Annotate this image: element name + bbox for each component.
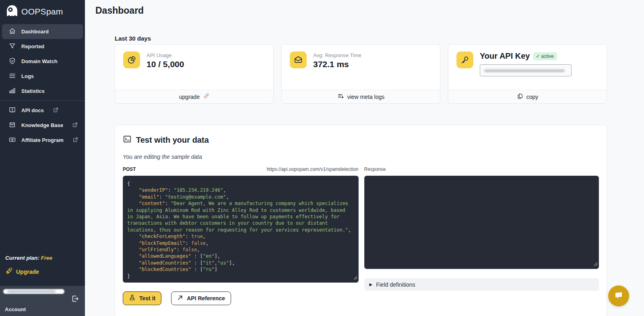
funnel-icon (9, 43, 16, 51)
account-link[interactable]: Account (5, 306, 26, 312)
response-output[interactable] (364, 176, 599, 269)
view-meta-logs-action[interactable]: view meta logs (282, 90, 440, 103)
test-it-label: Test it (139, 295, 155, 302)
sidebar-item-label: Dashboard (21, 29, 49, 35)
brand-logo[interactable]: OOPSpam (0, 0, 85, 19)
status-badge: ✓active (533, 52, 557, 60)
sidebar-item-label: Domain Watch (21, 58, 58, 64)
api-key-card: Your API Key ✓active copy (448, 44, 607, 104)
response-time-value: 372.1 ms (313, 60, 361, 69)
editing-note: You are editing the sample data (123, 154, 599, 160)
shield-check-icon (9, 57, 16, 66)
envelope-icon (290, 51, 307, 68)
plan-block: Current plan: Free Upgrade (5, 255, 52, 276)
sidebar-item-statistics[interactable]: Statistics (0, 84, 85, 98)
key-icon (456, 51, 473, 68)
sidebar-item-dashboard[interactable]: Dashboard (2, 24, 83, 39)
copy-action-label: copy (526, 94, 539, 100)
rocket-emoji-icon (203, 93, 209, 101)
sidebar-upgrade-link[interactable]: Upgrade (5, 267, 52, 276)
external-link-icon (53, 107, 58, 114)
sidebar-item-domain-watch[interactable]: Domain Watch (0, 54, 85, 69)
view-meta-logs-label: view meta logs (347, 94, 385, 100)
api-key-title: Your API Key (480, 51, 530, 61)
inbox-icon (9, 121, 16, 129)
current-plan-text: Current plan: Free (5, 255, 52, 261)
response-time-card: Avg. Response Time 372.1 ms view meta lo… (281, 44, 440, 104)
chat-icon (613, 290, 624, 302)
meta-logs-icon (337, 93, 344, 101)
response-label: Response (364, 166, 386, 172)
upgrade-action[interactable]: upgrade (115, 90, 273, 103)
plan-value: Free (41, 255, 53, 261)
check-icon: ✓ (536, 53, 540, 59)
sidebar-item-label: Affiliate Program (21, 137, 64, 143)
sidebar-nav: Dashboard Reported Domain Watch Logs Sta… (0, 24, 85, 148)
copy-icon (517, 93, 523, 101)
pie-chart-icon (123, 51, 140, 68)
api-key-field[interactable] (480, 64, 572, 76)
sidebar: OOPSpam Dashboard Reported Domain Watch … (0, 0, 85, 316)
api-usage-value: 10 / 5,000 (147, 60, 184, 69)
copy-action[interactable]: copy (448, 90, 607, 103)
http-method-label: POST (123, 166, 136, 172)
sidebar-item-label: Logs (21, 73, 34, 79)
list-icon (9, 72, 16, 80)
card-label: API Usage (147, 52, 184, 58)
page-title: Dashboard (95, 5, 144, 16)
api-reference-label: API Reference (187, 295, 225, 302)
main-content: Dashboard Last 30 days API Usage 10 / 5,… (85, 0, 644, 316)
upgrade-label: Upgrade (16, 269, 39, 275)
stats-cards-row: API Usage 10 / 5,000 upgrade Avg. Respon (115, 44, 607, 104)
arrow-up-right-icon (177, 295, 183, 302)
resize-handle[interactable] (353, 274, 357, 281)
home-icon (9, 28, 16, 36)
external-link-icon (72, 122, 78, 129)
sidebar-item-knowledge-base[interactable]: Knowledge Base (0, 118, 85, 133)
brand-name: OOPSpam (21, 7, 63, 16)
field-definitions-label: Field definitions (376, 281, 415, 288)
sidebar-item-label: Knowledge Base (21, 122, 63, 128)
test-it-button[interactable]: Test it (123, 291, 161, 305)
endpoint-url: https://api.oopspam.com/v1/spamdetection (266, 166, 358, 172)
resize-handle[interactable] (593, 261, 598, 268)
sidebar-divider (0, 101, 85, 101)
flask-icon (129, 294, 136, 302)
account-section: Account (0, 286, 85, 316)
field-definitions-toggle[interactable]: ▶ Field definitions (364, 278, 599, 291)
terminal-icon (123, 135, 132, 145)
request-editor[interactable]: { "senderIP": "185.234.219.246", "email"… (123, 176, 359, 283)
section-title: Last 30 days (115, 35, 151, 42)
blurred-api-key (484, 70, 565, 72)
api-usage-card: API Usage 10 / 5,000 upgrade (115, 44, 274, 104)
banknote-icon (9, 136, 16, 144)
sidebar-item-label: API docs (21, 107, 44, 113)
book-icon (9, 107, 16, 115)
tester-title: Test with your data (136, 135, 209, 145)
plan-label: Current plan: (5, 255, 39, 261)
upgrade-action-label: upgrade (179, 94, 200, 100)
bar-chart-icon (9, 87, 16, 95)
chat-widget-button[interactable] (608, 285, 629, 306)
rocket-icon (5, 267, 12, 276)
logout-icon[interactable] (71, 295, 79, 304)
card-label: Avg. Response Time (313, 52, 361, 58)
sidebar-item-affiliate-program[interactable]: Affiliate Program (0, 133, 85, 148)
sidebar-item-api-docs[interactable]: API docs (0, 103, 85, 118)
blurred-user-email (3, 289, 64, 294)
ghost-logo-icon (5, 4, 19, 19)
sidebar-item-logs[interactable]: Logs (0, 69, 85, 84)
disclosure-triangle-icon: ▶ (369, 282, 373, 287)
external-link-icon (73, 137, 78, 144)
tester-panel: Test with your data You are editing the … (115, 125, 607, 316)
status-badge-label: active (541, 53, 554, 59)
api-reference-button[interactable]: API Reference (171, 291, 231, 305)
sidebar-item-label: Statistics (21, 88, 45, 94)
sidebar-item-reported[interactable]: Reported (0, 39, 85, 54)
sidebar-item-label: Reported (21, 43, 44, 49)
